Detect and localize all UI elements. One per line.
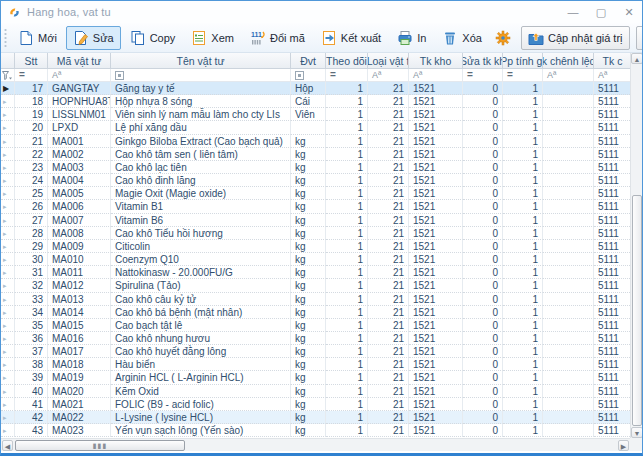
cell-tk_chenh_lech[interactable] bbox=[543, 95, 594, 108]
cell-dvt[interactable]: kg bbox=[291, 371, 326, 384]
cell-theo_doi[interactable]: 1 bbox=[326, 187, 368, 200]
column-header-ma_vat_tu[interactable]: Mã vật tư bbox=[48, 53, 111, 68]
cell-tk_chenh_lech[interactable] bbox=[543, 424, 594, 437]
cell-tk_c[interactable]: 5111 bbox=[594, 174, 630, 187]
cell-pp_tinh_gia[interactable]: 1 bbox=[503, 319, 543, 332]
cell-ten_vat_tu[interactable]: Vitamin B6 bbox=[111, 214, 291, 227]
table-row[interactable]: ▸43MA023Yến vụn sạch lông (Yến sào)kg121… bbox=[1, 424, 630, 437]
cell-pp_tinh_gia[interactable]: 1 bbox=[503, 345, 543, 358]
new-button[interactable]: Mới bbox=[11, 26, 64, 50]
cell-tk_c[interactable]: 5111 bbox=[594, 121, 630, 134]
cell-dvt[interactable]: Viên bbox=[291, 108, 326, 121]
cell-sua_tk_kho[interactable]: 0 bbox=[463, 345, 503, 358]
cell-ma_vat_tu[interactable]: MA015 bbox=[48, 319, 111, 332]
cell-tk_kho[interactable]: 1521 bbox=[409, 358, 463, 371]
table-row[interactable]: ▸37MA017Cao khô huyết đằng lôngkg1211521… bbox=[1, 345, 630, 358]
cell-sua_tk_kho[interactable]: 0 bbox=[463, 240, 503, 253]
cell-loai_vat_tu[interactable]: 21 bbox=[368, 82, 409, 95]
cell-ma_vat_tu[interactable]: GANGTAY bbox=[48, 82, 111, 95]
cell-pp_tinh_gia[interactable]: 1 bbox=[503, 82, 543, 95]
cell-ma_vat_tu[interactable]: HOPNHUA8T bbox=[48, 95, 111, 108]
table-row[interactable]: ▸29MA009Citicolinkg1211521015111 bbox=[1, 240, 630, 253]
cell-pp_tinh_gia[interactable]: 1 bbox=[503, 266, 543, 279]
table-row[interactable]: ▸27MA007Vitamin B6kg1211521015111 bbox=[1, 214, 630, 227]
cell-tk_c[interactable]: 5111 bbox=[594, 293, 630, 306]
cell-stt[interactable]: 27 bbox=[15, 214, 48, 227]
row-indicator[interactable]: ▸ bbox=[1, 279, 15, 292]
cell-pp_tinh_gia[interactable]: 1 bbox=[503, 161, 543, 174]
cell-sua_tk_kho[interactable]: 0 bbox=[463, 82, 503, 95]
column-header-stt[interactable]: Stt bbox=[15, 53, 48, 68]
filter-cell-ten_vat_tu[interactable] bbox=[111, 69, 291, 81]
cell-stt[interactable]: 34 bbox=[15, 306, 48, 319]
scroll-up-arrow-icon[interactable]: ▲ bbox=[631, 53, 643, 64]
cell-sua_tk_kho[interactable]: 0 bbox=[463, 385, 503, 398]
cell-tk_chenh_lech[interactable] bbox=[543, 214, 594, 227]
minimize-button[interactable]: — bbox=[566, 5, 580, 19]
cell-tk_kho[interactable]: 1521 bbox=[409, 95, 463, 108]
cell-loai_vat_tu[interactable]: 21 bbox=[368, 279, 409, 292]
cell-ma_vat_tu[interactable]: MA022 bbox=[48, 411, 111, 424]
cell-stt[interactable]: 23 bbox=[15, 161, 48, 174]
cell-sua_tk_kho[interactable]: 0 bbox=[463, 266, 503, 279]
row-indicator[interactable]: ▸ bbox=[1, 253, 15, 266]
cell-tk_kho[interactable]: 1521 bbox=[409, 148, 463, 161]
row-indicator[interactable]: ▸ bbox=[1, 95, 15, 108]
cell-tk_chenh_lech[interactable] bbox=[543, 187, 594, 200]
row-indicator[interactable]: ▸ bbox=[1, 266, 15, 279]
cell-tk_chenh_lech[interactable] bbox=[543, 135, 594, 148]
cell-theo_doi[interactable]: 1 bbox=[326, 121, 368, 134]
filter-cell-loai_vat_tu[interactable]: Aª bbox=[368, 69, 409, 81]
table-row[interactable]: ▸32MA012Spirulina (Tảo)kg1211521015111 bbox=[1, 279, 630, 292]
cell-tk_kho[interactable]: 1521 bbox=[409, 371, 463, 384]
close-button[interactable]: ✕ bbox=[622, 5, 636, 19]
cell-tk_chenh_lech[interactable] bbox=[543, 306, 594, 319]
cell-dvt[interactable]: kg bbox=[291, 279, 326, 292]
cell-dvt[interactable]: kg bbox=[291, 161, 326, 174]
cell-tk_c[interactable]: 5111 bbox=[594, 319, 630, 332]
cell-tk_kho[interactable]: 1521 bbox=[409, 108, 463, 121]
cell-loai_vat_tu[interactable]: 21 bbox=[368, 358, 409, 371]
cell-ma_vat_tu[interactable]: MA023 bbox=[48, 424, 111, 437]
cell-pp_tinh_gia[interactable]: 1 bbox=[503, 424, 543, 437]
cell-loai_vat_tu[interactable]: 21 bbox=[368, 319, 409, 332]
row-indicator[interactable]: ▸ bbox=[1, 319, 15, 332]
cell-sua_tk_kho[interactable]: 0 bbox=[463, 293, 503, 306]
cell-sua_tk_kho[interactable]: 0 bbox=[463, 174, 503, 187]
cell-ten_vat_tu[interactable]: Cao khô nhung hươu bbox=[111, 332, 291, 345]
cell-theo_doi[interactable]: 1 bbox=[326, 240, 368, 253]
cell-pp_tinh_gia[interactable]: 1 bbox=[503, 174, 543, 187]
cell-theo_doi[interactable]: 1 bbox=[326, 279, 368, 292]
cell-ten_vat_tu[interactable]: Lệ phí xăng dầu bbox=[111, 121, 291, 134]
cell-tk_c[interactable]: 5111 bbox=[594, 240, 630, 253]
cell-sua_tk_kho[interactable]: 0 bbox=[463, 279, 503, 292]
cell-ten_vat_tu[interactable]: Ginkgo Biloba Extract (Cao bạch quả) bbox=[111, 135, 291, 148]
cell-ten_vat_tu[interactable]: Cao khô lạc tiên bbox=[111, 161, 291, 174]
cell-pp_tinh_gia[interactable]: 1 bbox=[503, 411, 543, 424]
row-indicator[interactable]: ▸ bbox=[1, 371, 15, 384]
row-indicator[interactable]: ▸ bbox=[1, 174, 15, 187]
copy-button[interactable]: Copy bbox=[123, 26, 183, 50]
cell-sua_tk_kho[interactable]: 0 bbox=[463, 371, 503, 384]
cell-tk_chenh_lech[interactable] bbox=[543, 398, 594, 411]
column-header-loai_vat_tu[interactable]: Loại vật t bbox=[368, 53, 409, 68]
column-header-tk_chenh_lech[interactable]: Tk chênh lệch bbox=[543, 53, 594, 68]
row-indicator[interactable]: ▸ bbox=[1, 187, 15, 200]
cell-ma_vat_tu[interactable]: MA003 bbox=[48, 161, 111, 174]
cell-pp_tinh_gia[interactable]: 1 bbox=[503, 332, 543, 345]
cell-loai_vat_tu[interactable]: 21 bbox=[368, 411, 409, 424]
cell-sua_tk_kho[interactable]: 0 bbox=[463, 319, 503, 332]
row-indicator[interactable]: ▸ bbox=[1, 214, 15, 227]
cell-ten_vat_tu[interactable]: Arginin HCL ( L-Arginin HCL) bbox=[111, 371, 291, 384]
column-header-theo_doi[interactable]: Theo dõi bbox=[326, 53, 368, 68]
cell-ma_vat_tu[interactable]: MA011 bbox=[48, 266, 111, 279]
scroll-left-arrow-icon[interactable]: ◀ bbox=[2, 440, 13, 451]
cell-sua_tk_kho[interactable]: 0 bbox=[463, 424, 503, 437]
cell-ma_vat_tu[interactable]: MA001 bbox=[48, 135, 111, 148]
cell-tk_c[interactable]: 5111 bbox=[594, 95, 630, 108]
cell-loai_vat_tu[interactable]: 21 bbox=[368, 306, 409, 319]
cell-ma_vat_tu[interactable]: MA013 bbox=[48, 293, 111, 306]
cell-tk_chenh_lech[interactable] bbox=[543, 319, 594, 332]
table-row[interactable]: ▸23MA003Cao khô lạc tiênkg1211521015111 bbox=[1, 161, 630, 174]
cell-dvt[interactable]: kg bbox=[291, 358, 326, 371]
